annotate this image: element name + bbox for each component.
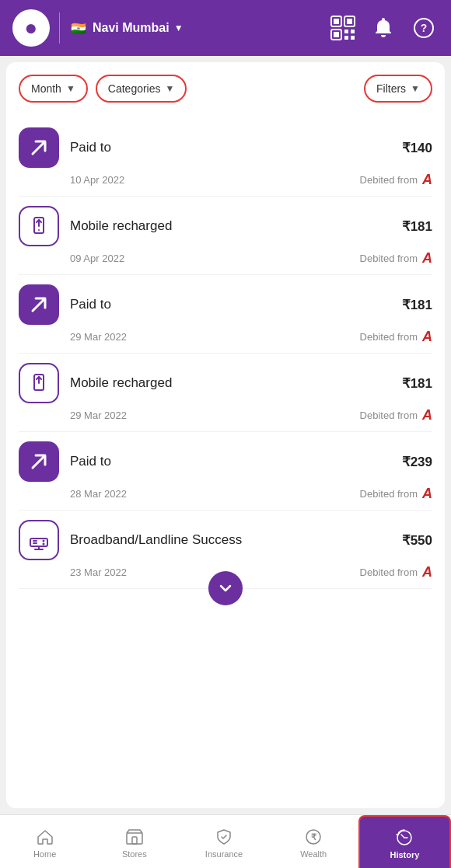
transaction-date: 29 Mar 2022 <box>70 410 127 421</box>
transaction-debit-info: Debited from A <box>360 329 432 343</box>
transaction-item[interactable]: Mobile recharged ₹181 29 Mar 2022 Debite… <box>19 354 432 432</box>
transaction-item[interactable]: Paid to ₹181 29 Mar 2022 Debited from A <box>19 275 432 354</box>
stores-icon <box>125 828 144 846</box>
axis-bank-logo: A <box>422 565 432 579</box>
transaction-debit-info: Debited from A <box>360 251 432 265</box>
svg-rect-3 <box>347 19 352 24</box>
categories-filter-label: Categories <box>108 82 161 95</box>
categories-filter-button[interactable]: Categories ▼ <box>96 75 187 103</box>
transaction-debit-info: Debited from A <box>360 408 432 422</box>
debited-from-label: Debited from <box>360 566 418 578</box>
svg-point-23 <box>43 543 45 546</box>
axis-logo-icon: A <box>422 329 432 343</box>
location-button[interactable]: 🇮🇳 Navi Mumbai ▼ <box>69 19 184 37</box>
transaction-top-row: Paid to ₹181 <box>70 297 432 313</box>
transaction-item[interactable]: Mobile recharged ₹181 09 Apr 2022 Debite… <box>19 197 432 275</box>
arrow-up-right-icon <box>28 451 50 472</box>
qr-button[interactable] <box>328 13 358 43</box>
transaction-name: Broadband/Landline Success <box>70 532 242 548</box>
svg-rect-1 <box>334 19 339 24</box>
help-icon: ? <box>413 17 435 39</box>
nav-item-history[interactable]: History <box>358 815 451 868</box>
scroll-down-button[interactable] <box>208 571 243 605</box>
nav-label-insurance: Insurance <box>205 849 243 859</box>
nav-label-home: Home <box>33 849 56 859</box>
transaction-item[interactable]: Paid to ₹140 10 Apr 2022 Debited from A <box>19 118 432 197</box>
nav-label-wealth: Wealth <box>300 849 327 859</box>
transaction-amount: ₹181 <box>402 375 432 392</box>
chevron-down-icon <box>218 580 233 596</box>
notifications-button[interactable] <box>369 13 398 43</box>
transaction-top-row: Broadband/Landline Success ₹550 <box>70 532 432 549</box>
transaction-name: Paid to <box>70 297 111 312</box>
header-left: ● 🇮🇳 Navi Mumbai ▼ <box>12 9 184 47</box>
transaction-row: Mobile recharged ₹181 <box>19 363 432 403</box>
debited-from-label: Debited from <box>360 488 418 500</box>
help-button[interactable]: ? <box>409 13 439 43</box>
header-right: ? <box>328 13 439 43</box>
header-divider <box>59 12 60 44</box>
debited-from-label: Debited from <box>360 331 418 343</box>
transaction-date: 23 Mar 2022 <box>70 566 127 578</box>
svg-rect-9 <box>351 36 355 40</box>
transaction-meta: 28 Mar 2022 Debited from A <box>19 486 432 500</box>
transaction-amount: ₹239 <box>402 454 432 470</box>
location-label: Navi Mumbai <box>93 21 170 35</box>
nav-label-stores: Stores <box>122 849 147 859</box>
axis-bank-logo: A <box>422 329 432 343</box>
transaction-debit-info: Debited from A <box>360 173 432 186</box>
bottom-nav: Home Stores Insurance ₹ Wealth Hi <box>0 814 451 868</box>
arrow-up-right-icon <box>28 137 50 159</box>
transaction-top-row: Mobile recharged ₹181 <box>70 218 432 235</box>
bell-icon <box>373 17 393 39</box>
categories-chevron-icon: ▼ <box>166 83 175 94</box>
transaction-name: Paid to <box>70 140 111 155</box>
svg-text:?: ? <box>421 22 428 34</box>
transaction-date: 28 Mar 2022 <box>70 488 127 500</box>
transaction-row: Paid to ₹181 <box>19 284 432 325</box>
svg-rect-17 <box>30 539 47 546</box>
filters-label: Filters <box>376 82 406 95</box>
avatar[interactable]: ● <box>12 9 50 47</box>
transaction-name: Mobile recharged <box>70 218 172 234</box>
nav-label-history: History <box>390 850 419 859</box>
axis-logo-icon: A <box>422 408 432 422</box>
filter-bar: Month ▼ Categories ▼ Filters ▼ <box>19 75 432 103</box>
axis-bank-logo: A <box>422 251 432 265</box>
svg-rect-24 <box>127 833 142 844</box>
nav-item-stores[interactable]: Stores <box>89 815 179 868</box>
india-flag-icon: 🇮🇳 <box>69 19 88 37</box>
history-icon <box>395 828 414 847</box>
transaction-icon-arrow <box>19 284 59 325</box>
month-filter-button[interactable]: Month ▼ <box>19 75 88 103</box>
axis-logo-icon: A <box>422 486 432 500</box>
phone-recharge-icon <box>29 216 49 236</box>
transaction-item[interactable]: Paid to ₹239 28 Mar 2022 Debited from A <box>19 432 432 511</box>
user-icon: ● <box>25 16 38 40</box>
debited-from-label: Debited from <box>360 253 418 264</box>
transaction-amount: ₹181 <box>402 218 432 235</box>
transaction-date: 10 Apr 2022 <box>70 174 124 186</box>
transaction-meta: 10 Apr 2022 Debited from A <box>19 173 432 186</box>
transaction-amount: ₹550 <box>402 532 432 549</box>
transaction-icon-broadband <box>19 520 59 560</box>
transaction-row: Paid to ₹239 <box>19 441 432 482</box>
transaction-name: Paid to <box>70 454 111 469</box>
filters-chevron-icon: ▼ <box>411 83 420 94</box>
qr-icon <box>330 15 356 41</box>
axis-logo-icon: A <box>422 251 432 265</box>
axis-logo-icon: A <box>422 565 432 579</box>
nav-item-home[interactable]: Home <box>0 815 89 868</box>
debited-from-label: Debited from <box>360 410 418 421</box>
transaction-date: 09 Apr 2022 <box>70 253 124 264</box>
transaction-item[interactable]: Broadband/Landline Success ₹550 23 Mar 2… <box>19 511 432 589</box>
transaction-icon-phone <box>19 206 59 246</box>
nav-item-wealth[interactable]: ₹ Wealth <box>269 815 358 868</box>
broadband-icon <box>28 529 50 551</box>
axis-bank-logo: A <box>422 486 432 500</box>
axis-logo-icon: A <box>422 173 432 186</box>
insurance-icon <box>215 828 233 846</box>
home-icon <box>36 828 54 846</box>
filters-button[interactable]: Filters ▼ <box>364 75 432 103</box>
nav-item-insurance[interactable]: Insurance <box>179 815 268 868</box>
